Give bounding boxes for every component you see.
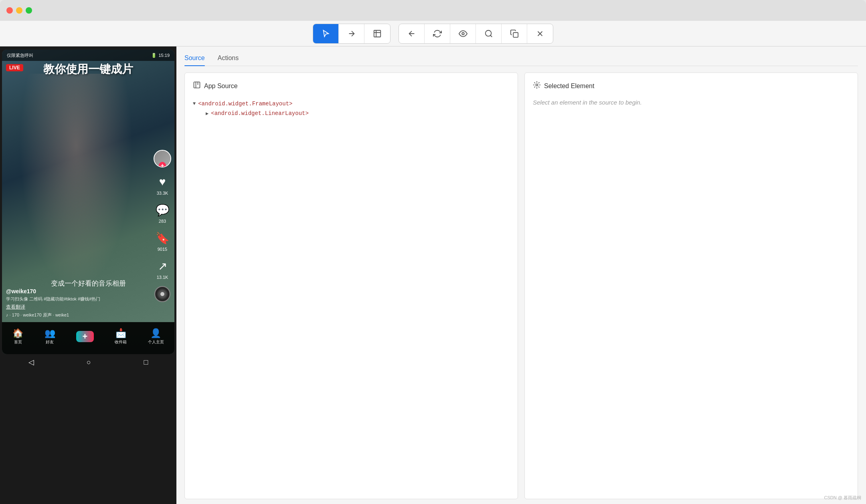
xml-tree: ▼ <android.widget.FrameLayout> ▶ <androi… [193, 99, 510, 118]
video-music: ♪ · 170 · weike170 原声 · weike1 [6, 312, 150, 318]
bookmark-action[interactable]: 🔖 9015 [154, 230, 170, 252]
right-panel: Source Actions App So [176, 46, 866, 504]
nav-inbox-label: 收件箱 [115, 339, 127, 345]
share-count: 13.1K [157, 275, 168, 280]
main-window: 仅限紧急呼叫 🔋 15:19 LIVE 教你使用一键成片 变成一个好看的音乐相册 [0, 0, 866, 504]
minimize-traffic-light[interactable] [16, 7, 22, 14]
video-subtitle: 变成一个好看的音乐相册 [2, 279, 174, 288]
selected-panel-header: Selected Element [533, 81, 850, 91]
app-source-panel: App Source ▼ <android.widget.FrameLayout… [184, 73, 518, 499]
status-emergency: 仅限紧急呼叫 [7, 52, 33, 58]
android-home-button[interactable]: ○ [87, 358, 91, 367]
share-icon: ↗ [154, 258, 170, 274]
select-button[interactable] [313, 24, 339, 43]
app-content: 仅限紧急呼叫 🔋 15:19 LIVE 教你使用一键成片 变成一个好看的音乐相册 [2, 50, 174, 354]
nav-create[interactable]: + [76, 331, 94, 342]
phone-panel: 仅限紧急呼叫 🔋 15:19 LIVE 教你使用一键成片 变成一个好看的音乐相册 [0, 46, 176, 504]
nav-inbox[interactable]: 📩 收件箱 [115, 328, 127, 345]
comment-icon: 💬 [154, 202, 170, 218]
follow-button[interactable]: + [159, 162, 166, 167]
svg-rect-4 [513, 32, 518, 37]
nav-home[interactable]: 🏠 首页 [12, 328, 23, 345]
video-title: 教你使用一键成片 [26, 62, 150, 76]
status-time: 🔋 15:19 [151, 53, 170, 58]
video-description: 学习扫头像 二维码 #隐藏功能#tiktok #赚钱#热门 [6, 296, 150, 302]
android-back-button[interactable]: ◁ [28, 358, 34, 367]
friends-icon: 👥 [45, 328, 55, 339]
status-bar: 仅限紧急呼叫 🔋 15:19 [2, 50, 174, 61]
svg-point-2 [485, 30, 491, 36]
selected-panel-icon [533, 81, 541, 91]
toolbar-right-group [399, 24, 553, 44]
music-action[interactable] [154, 286, 170, 302]
android-recents-button[interactable]: □ [144, 358, 148, 367]
bookmark-icon: 🔖 [154, 230, 170, 246]
android-nav: ◁ ○ □ [2, 354, 174, 370]
eye-button[interactable] [450, 24, 476, 43]
heart-icon: ♥ [154, 174, 170, 190]
frame-layout-tag[interactable]: <android.widget.FrameLayout> [198, 101, 292, 107]
like-action[interactable]: ♥ 33.3K [154, 174, 170, 196]
svg-point-1 [462, 32, 464, 35]
nav-home-label: 首页 [14, 339, 22, 345]
main-content: 仅限紧急呼叫 🔋 15:19 LIVE 教你使用一键成片 变成一个好看的音乐相册 [0, 46, 866, 504]
fullscreen-button[interactable] [364, 24, 390, 43]
bottom-nav: 🏠 首页 👥 好友 + 📩 收件箱 👤 [2, 322, 174, 354]
live-badge: LIVE [6, 64, 23, 71]
translate-link[interactable]: 查看翻译 [6, 304, 150, 310]
back-button[interactable] [399, 24, 425, 43]
selected-placeholder-text: Select an element in the source to begin… [533, 99, 850, 106]
nav-friends-label: 好友 [46, 339, 54, 345]
copy-button[interactable] [502, 24, 527, 43]
profile-icon: 👤 [150, 328, 161, 339]
linear-layout-tag[interactable]: <android.widget.LinearLayout> [211, 110, 309, 117]
tabs: Source Actions [184, 51, 858, 66]
content-area: App Source ▼ <android.widget.FrameLayout… [184, 73, 858, 499]
inbox-icon: 📩 [115, 328, 126, 339]
toolbar [0, 21, 866, 46]
person-overlay [10, 74, 142, 314]
selected-panel-title: Selected Element [544, 83, 594, 90]
titlebar [0, 0, 866, 21]
linear-layout-arrow[interactable]: ▶ [206, 111, 208, 117]
svg-rect-7 [194, 82, 200, 88]
svg-point-10 [536, 84, 538, 86]
nav-friends[interactable]: 👥 好友 [45, 328, 55, 345]
tab-actions[interactable]: Actions [218, 51, 239, 66]
share-action[interactable]: ↗ 13.1K [154, 258, 170, 280]
close-button[interactable] [527, 24, 553, 43]
close-traffic-light[interactable] [6, 7, 13, 14]
source-panel-header: App Source [193, 81, 510, 91]
tab-source[interactable]: Source [184, 51, 205, 66]
forward-button[interactable] [339, 24, 364, 43]
video-username: @weike170 [6, 288, 150, 294]
video-info: @weike170 学习扫头像 二维码 #隐藏功能#tiktok #赚钱#热门 … [6, 288, 150, 318]
home-icon: 🏠 [12, 328, 23, 339]
linear-layout-node: ▶ <android.widget.LinearLayout> [206, 109, 510, 118]
bookmark-count: 9015 [158, 247, 167, 252]
like-count: 33.3K [157, 191, 168, 196]
source-panel-icon [193, 81, 201, 91]
comment-count: 283 [159, 219, 166, 224]
nav-profile[interactable]: 👤 个人主页 [148, 328, 164, 345]
nav-profile-label: 个人主页 [148, 339, 164, 345]
comment-action[interactable]: 💬 283 [154, 202, 170, 224]
svg-line-3 [490, 35, 492, 37]
selected-element-panel: Selected Element Select an element in th… [524, 73, 858, 499]
maximize-traffic-light[interactable] [26, 7, 32, 14]
frame-layout-node: ▼ <android.widget.FrameLayout> [193, 99, 510, 109]
refresh-button[interactable] [425, 24, 450, 43]
watermark: CSDN @ 暮雨疏桐 [824, 495, 861, 501]
source-panel-title: App Source [204, 83, 238, 90]
frame-layout-arrow[interactable]: ▼ [193, 101, 196, 107]
toolbar-left-group [313, 24, 391, 44]
side-actions: + ♥ 33.3K 💬 283 [154, 150, 171, 302]
creator-avatar[interactable]: + [154, 150, 171, 167]
search-button[interactable] [476, 24, 502, 43]
svg-rect-0 [374, 30, 381, 37]
phone-screen[interactable]: 仅限紧急呼叫 🔋 15:19 LIVE 教你使用一键成片 变成一个好看的音乐相册 [2, 50, 174, 354]
